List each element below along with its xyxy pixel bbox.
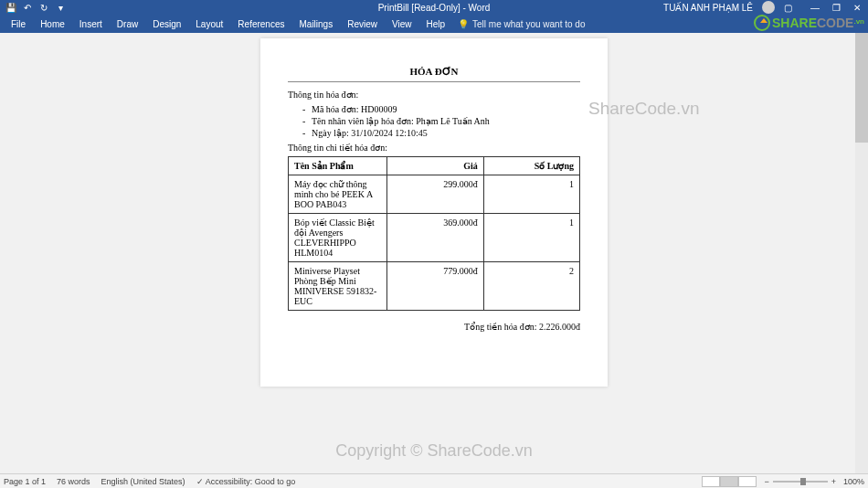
view-read-icon[interactable] <box>702 476 720 487</box>
close-icon[interactable]: ✕ <box>853 3 861 13</box>
redo-icon[interactable]: ↻ <box>38 2 49 13</box>
tab-layout[interactable]: Layout <box>188 16 230 32</box>
cell-product: Máy đọc chữ thông minh cho bé PEEK A BOO… <box>289 175 387 214</box>
document-title: PrintBill [Read-Only] - Word <box>378 3 491 13</box>
qat-customize-icon[interactable]: ▾ <box>55 2 66 13</box>
scrollbar-thumb[interactable] <box>855 33 868 143</box>
table-row: Bóp viết Classic Biệt đội Avengers CLEVE… <box>289 214 580 262</box>
zoom-track[interactable] <box>773 481 828 483</box>
table-header-row: Tên Sản Phẩm Giá Số Lượng <box>289 157 580 175</box>
view-print-icon[interactable] <box>720 476 738 487</box>
bulb-icon: 💡 <box>458 19 469 29</box>
cell-product: Bóp viết Classic Biệt đội Avengers CLEVE… <box>289 214 387 262</box>
tab-draw[interactable]: Draw <box>110 16 145 32</box>
cell-qty: 1 <box>483 214 579 262</box>
info-item: Mã hóa đơn: HD00009 <box>302 103 580 115</box>
cell-price: 779.000đ <box>387 262 483 311</box>
cell-qty: 1 <box>483 175 579 214</box>
tab-view[interactable]: View <box>385 16 419 32</box>
zoom-in-icon[interactable]: + <box>831 477 836 486</box>
tab-references[interactable]: References <box>230 16 291 32</box>
invoice-total: Tổng tiền hóa đơn: 2.226.000đ <box>288 322 580 332</box>
zoom-slider[interactable]: − + <box>764 477 836 486</box>
statusbar: Page 1 of 1 76 words English (United Sta… <box>0 473 868 488</box>
status-lang[interactable]: English (United States) <box>101 477 185 486</box>
page: HÓA ĐƠN Thông tin hóa đơn: Mã hóa đơn: H… <box>260 38 608 387</box>
invoice-info-list: Mã hóa đơn: HD00009 Tên nhân viên lập hó… <box>302 103 580 139</box>
cell-price: 299.000đ <box>387 175 483 214</box>
tab-insert[interactable]: Insert <box>72 16 110 32</box>
section-info-label: Thông tin hóa đơn: <box>288 90 580 100</box>
save-icon[interactable]: 💾 <box>5 2 16 13</box>
tab-design[interactable]: Design <box>145 16 188 32</box>
cell-price: 369.000đ <box>387 214 483 262</box>
zoom-out-icon[interactable]: − <box>764 477 768 486</box>
document-area: HÓA ĐƠN Thông tin hóa đơn: Mã hóa đơn: H… <box>0 33 868 473</box>
undo-icon[interactable]: ↶ <box>22 2 33 13</box>
col-price: Giá <box>387 157 483 175</box>
ribbon-tabs: File Home Insert Draw Design Layout Refe… <box>0 15 868 33</box>
minimize-icon[interactable]: ― <box>810 3 820 13</box>
col-product: Tên Sản Phẩm <box>289 157 387 175</box>
titlebar: 💾 ↶ ↻ ▾ PrintBill [Read-Only] - Word TUẤ… <box>0 0 868 15</box>
restore-icon[interactable]: ❐ <box>832 3 841 13</box>
cell-product: Miniverse Playset Phòng Bếp Mini MINIVER… <box>289 262 387 311</box>
tab-help[interactable]: Help <box>418 16 452 32</box>
tell-me-search[interactable]: 💡 Tell me what you want to do <box>458 19 585 29</box>
tab-home[interactable]: Home <box>33 16 72 32</box>
divider <box>288 81 580 82</box>
status-page[interactable]: Page 1 of 1 <box>4 477 46 486</box>
view-buttons <box>702 476 757 487</box>
invoice-table: Tên Sản Phẩm Giá Số Lượng Máy đọc chữ th… <box>288 156 580 311</box>
tab-mailings[interactable]: Mailings <box>291 16 340 32</box>
tab-file[interactable]: File <box>4 16 33 32</box>
section-detail-label: Thông tin chi tiết hóa đơn: <box>288 143 580 153</box>
quick-access-toolbar: 💾 ↶ ↻ ▾ <box>0 2 66 13</box>
info-item: Tên nhân viên lập hóa đơn: Phạm Lê Tuấn … <box>302 115 580 127</box>
cell-qty: 2 <box>483 262 579 311</box>
status-accessibility[interactable]: ✓ Accessibility: Good to go <box>196 477 296 486</box>
table-row: Miniverse Playset Phòng Bếp Mini MINIVER… <box>289 262 580 311</box>
user-avatar[interactable] <box>762 1 775 14</box>
info-item: Ngày lập: 31/10/2024 12:10:45 <box>302 127 580 139</box>
view-web-icon[interactable] <box>738 476 757 487</box>
status-words[interactable]: 76 words <box>57 477 90 486</box>
user-name: TUẤN ANH PHẠM LÊ <box>663 3 753 13</box>
zoom-value[interactable]: 100% <box>843 477 864 486</box>
table-row: Máy đọc chữ thông minh cho bé PEEK A BOO… <box>289 175 580 214</box>
col-qty: Số Lượng <box>483 157 579 175</box>
vertical-scrollbar[interactable] <box>855 33 868 473</box>
tab-review[interactable]: Review <box>340 16 385 32</box>
ribbon-display-icon[interactable]: ▢ <box>784 3 792 13</box>
invoice-title: HÓA ĐƠN <box>288 66 580 78</box>
